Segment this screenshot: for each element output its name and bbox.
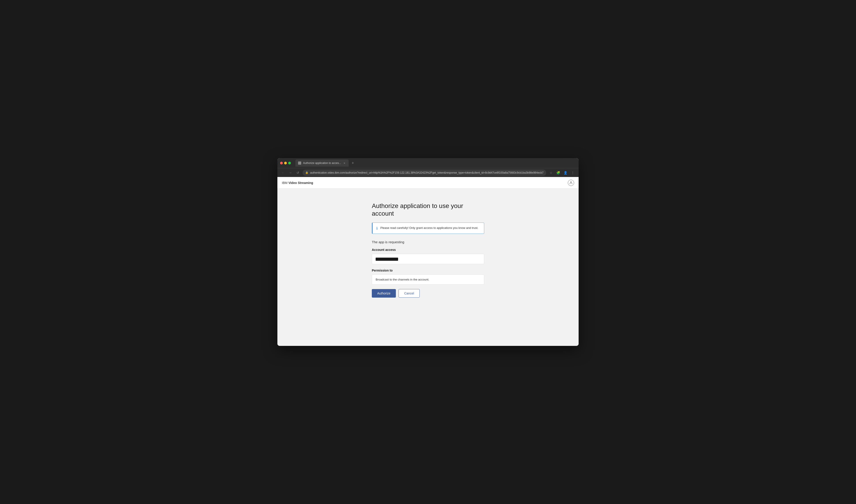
permission-title: Permission to <box>372 269 484 272</box>
menu-button[interactable]: ⋮ <box>570 169 576 176</box>
maximize-traffic-light[interactable] <box>288 162 291 164</box>
forward-button[interactable]: → <box>287 169 293 176</box>
url-bar[interactable]: 🔒 authentication.video.ibm.com/authorize… <box>302 169 546 176</box>
app-header: IBM Video Streaming <box>277 177 579 189</box>
browser-tab[interactable]: Authorize application to acces... ✕ <box>295 160 349 167</box>
address-bar: ← → ↺ 🔒 authentication.video.ibm.com/aut… <box>277 168 579 177</box>
extensions-button[interactable]: 🧩 <box>555 169 561 176</box>
logo-ibm: IBM <box>282 181 287 185</box>
refresh-button[interactable]: ↺ <box>295 169 300 176</box>
tab-title: Authorize application to acces... <box>303 161 341 165</box>
account-access-title: Account access <box>372 248 484 252</box>
permission-box: Broadcast to the channels in the account… <box>372 274 484 285</box>
authorize-button[interactable]: Authorize <box>372 289 396 298</box>
minimize-traffic-light[interactable] <box>284 162 287 164</box>
info-icon: ℹ <box>376 226 378 231</box>
browser-window: Authorize application to acces... ✕ + ← … <box>277 158 579 346</box>
back-button[interactable]: ← <box>280 169 286 176</box>
logo-name: Video Streaming <box>289 181 313 185</box>
action-buttons: Authorize Cancel <box>372 289 484 298</box>
cancel-button[interactable]: Cancel <box>399 289 420 298</box>
user-account-button[interactable] <box>568 180 574 186</box>
redacted-account-value <box>375 258 398 261</box>
forward-icon: → <box>289 171 292 175</box>
info-banner: ℹ Please read carefully! Only grant acce… <box>372 222 484 234</box>
auth-container: Authorize application to use your accoun… <box>372 202 484 328</box>
title-bar: Authorize application to acces... ✕ + <box>277 158 579 168</box>
bookmark-button[interactable]: ☆ <box>548 169 554 176</box>
info-banner-text: Please read carefully! Only grant access… <box>380 226 478 230</box>
back-icon: ← <box>281 171 284 175</box>
account-access-box <box>372 254 484 264</box>
close-traffic-light[interactable] <box>280 162 283 164</box>
traffic-lights <box>280 162 291 164</box>
svg-point-0 <box>570 181 572 183</box>
page-content: Authorize application to use your accoun… <box>277 189 579 346</box>
app-logo: IBM Video Streaming <box>282 181 313 185</box>
permission-text: Broadcast to the channels in the account… <box>375 278 429 281</box>
tab-close-button[interactable]: ✕ <box>343 161 346 165</box>
lock-icon: 🔒 <box>305 171 309 174</box>
url-text: authentication.video.ibm.com/authorize?r… <box>310 171 544 174</box>
new-tab-button[interactable]: + <box>350 160 356 166</box>
profile-button[interactable]: 👤 <box>562 169 569 176</box>
address-actions: ☆ 🧩 👤 ⋮ <box>548 169 576 176</box>
requesting-label: The app is requesting <box>372 240 484 244</box>
tabs-area: Authorize application to acces... ✕ + <box>295 160 576 167</box>
page-title: Authorize application to use your accoun… <box>372 202 484 217</box>
tab-favicon <box>298 161 301 165</box>
refresh-icon: ↺ <box>297 171 299 175</box>
